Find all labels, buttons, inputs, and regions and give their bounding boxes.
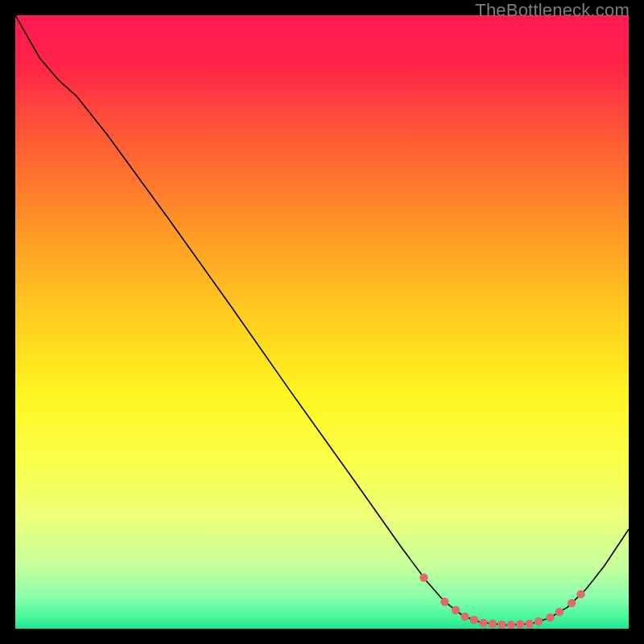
- curve-marker: [470, 616, 478, 624]
- curve-marker: [516, 620, 524, 628]
- curve-marker: [452, 606, 460, 614]
- curve-marker: [555, 608, 564, 616]
- curve-marker: [568, 599, 576, 607]
- curve-marker: [419, 573, 427, 581]
- curve-marker: [460, 613, 469, 621]
- curve-marker: [440, 597, 448, 605]
- curve-marker: [479, 618, 487, 626]
- gradient-background: [15, 15, 629, 629]
- bottleneck-chart: [15, 15, 629, 629]
- curve-marker: [497, 621, 506, 629]
- watermark-label: TheBottleneck.com: [475, 0, 630, 21]
- curve-marker: [507, 621, 515, 629]
- curve-marker: [525, 620, 533, 628]
- curve-marker: [546, 613, 554, 621]
- curve-marker: [535, 617, 543, 625]
- curve-marker: [576, 590, 584, 598]
- chart-frame: TheBottleneck.com: [0, 0, 644, 644]
- curve-marker: [489, 620, 497, 628]
